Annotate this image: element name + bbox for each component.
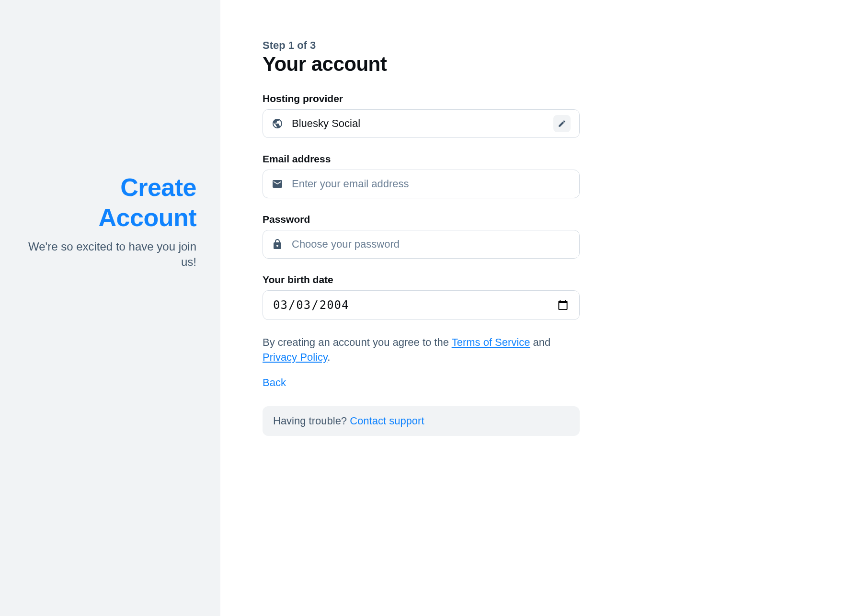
privacy-policy-link[interactable]: Privacy Policy	[263, 351, 327, 363]
email-field[interactable]	[292, 178, 571, 190]
password-label: Password	[263, 214, 580, 225]
sidebar-title-line1: Create	[120, 173, 196, 201]
terms-of-service-link[interactable]: Terms of Service	[452, 336, 530, 348]
legal-prefix: By creating an account you agree to the	[263, 336, 452, 348]
hosting-provider-group: Hosting provider Bluesky Social	[263, 93, 580, 138]
signup-form: Step 1 of 3 Your account Hosting provide…	[263, 39, 580, 436]
email-label: Email address	[263, 153, 580, 165]
pencil-icon	[558, 119, 566, 128]
hosting-provider-value-wrap: Bluesky Social	[272, 117, 360, 130]
email-field-wrapper	[263, 170, 580, 198]
birthdate-label: Your birth date	[263, 274, 580, 285]
support-prefix: Having trouble?	[273, 415, 350, 427]
birthdate-field[interactable]	[263, 290, 580, 320]
password-group: Password	[263, 214, 580, 259]
page-title: Your account	[263, 53, 580, 76]
lock-icon	[272, 239, 283, 250]
legal-middle: and	[530, 336, 550, 348]
hosting-provider-field: Bluesky Social	[263, 109, 580, 138]
globe-icon	[272, 118, 283, 129]
legal-suffix: .	[327, 351, 330, 363]
step-indicator: Step 1 of 3	[263, 39, 580, 52]
contact-support-link[interactable]: Contact support	[350, 415, 424, 427]
sidebar-subtitle: We're so excited to have you join us!	[24, 239, 196, 270]
password-field[interactable]	[292, 238, 571, 251]
envelope-icon	[272, 178, 283, 190]
email-group: Email address	[263, 153, 580, 198]
sidebar: Create Account We're so excited to have …	[0, 0, 220, 616]
main-panel: Step 1 of 3 Your account Hosting provide…	[220, 0, 847, 616]
password-field-wrapper	[263, 230, 580, 259]
birthdate-group: Your birth date	[263, 274, 580, 320]
edit-hosting-button[interactable]	[553, 115, 571, 132]
legal-text: By creating an account you agree to the …	[263, 335, 580, 365]
sidebar-title-line2: Account	[99, 204, 197, 231]
sidebar-title: Create Account	[99, 172, 197, 233]
hosting-provider-value: Bluesky Social	[292, 117, 360, 130]
hosting-provider-label: Hosting provider	[263, 93, 580, 104]
back-link[interactable]: Back	[263, 376, 286, 389]
support-box: Having trouble? Contact support	[263, 406, 580, 436]
